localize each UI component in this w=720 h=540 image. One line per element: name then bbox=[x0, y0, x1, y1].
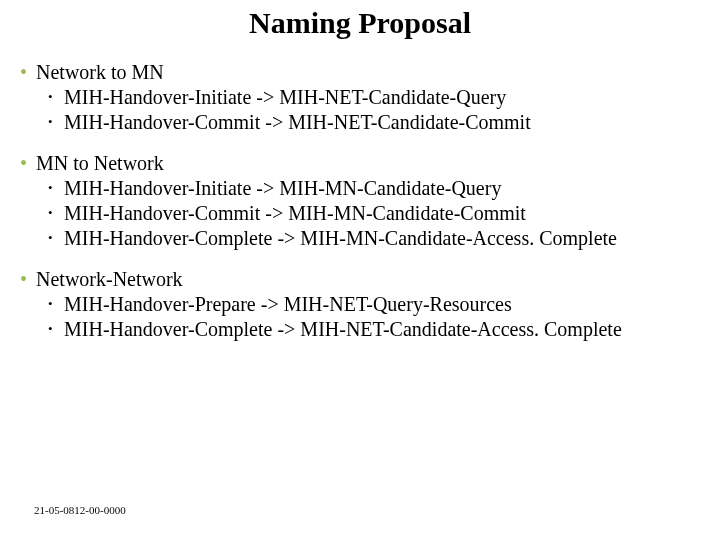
list-item: • MN to Network bbox=[20, 151, 700, 176]
section-heading: Network-Network bbox=[36, 267, 700, 292]
list-item-text: MIH-Handover-Commit -> MIH-NET-Candidate… bbox=[64, 110, 700, 135]
list-item-text: MIH-Handover-Commit -> MIH-MN-Candidate-… bbox=[64, 201, 700, 226]
section-heading: MN to Network bbox=[36, 151, 700, 176]
list-item: • MIH-Handover-Prepare -> MIH-NET-Query-… bbox=[48, 292, 700, 317]
bullet-icon: • bbox=[20, 267, 36, 292]
bullet-icon: • bbox=[48, 176, 64, 201]
list-item: • MIH-Handover-Complete -> MIH-MN-Candid… bbox=[48, 226, 700, 251]
slide-footer: 21-05-0812-00-0000 bbox=[34, 504, 126, 516]
body-content: • Network to MN • MIH-Handover-Initiate … bbox=[20, 60, 700, 358]
page-title: Naming Proposal bbox=[0, 6, 720, 40]
sub-list: • MIH-Handover-Initiate -> MIH-MN-Candid… bbox=[20, 176, 700, 251]
section-heading: Network to MN bbox=[36, 60, 700, 85]
list-item-text: MIH-Handover-Initiate -> MIH-MN-Candidat… bbox=[64, 176, 700, 201]
section-network-network: • Network-Network • MIH-Handover-Prepare… bbox=[20, 267, 700, 342]
slide: Naming Proposal • Network to MN • MIH-Ha… bbox=[0, 0, 720, 540]
list-item: • MIH-Handover-Commit -> MIH-NET-Candida… bbox=[48, 110, 700, 135]
sub-list: • MIH-Handover-Initiate -> MIH-NET-Candi… bbox=[20, 85, 700, 135]
list-item: • MIH-Handover-Complete -> MIH-NET-Candi… bbox=[48, 317, 700, 342]
list-item-text: MIH-Handover-Complete -> MIH-NET-Candida… bbox=[64, 317, 700, 342]
bullet-icon: • bbox=[48, 110, 64, 135]
list-item: • Network-Network bbox=[20, 267, 700, 292]
list-item: • Network to MN bbox=[20, 60, 700, 85]
bullet-icon: • bbox=[48, 317, 64, 342]
list-item-text: MIH-Handover-Complete -> MIH-MN-Candidat… bbox=[64, 226, 700, 251]
list-item: • MIH-Handover-Commit -> MIH-MN-Candidat… bbox=[48, 201, 700, 226]
bullet-icon: • bbox=[48, 85, 64, 110]
sub-list: • MIH-Handover-Prepare -> MIH-NET-Query-… bbox=[20, 292, 700, 342]
section-network-to-mn: • Network to MN • MIH-Handover-Initiate … bbox=[20, 60, 700, 135]
list-item: • MIH-Handover-Initiate -> MIH-NET-Candi… bbox=[48, 85, 700, 110]
list-item: • MIH-Handover-Initiate -> MIH-MN-Candid… bbox=[48, 176, 700, 201]
bullet-icon: • bbox=[48, 226, 64, 251]
bullet-icon: • bbox=[48, 201, 64, 226]
bullet-icon: • bbox=[48, 292, 64, 317]
section-mn-to-network: • MN to Network • MIH-Handover-Initiate … bbox=[20, 151, 700, 251]
list-item-text: MIH-Handover-Initiate -> MIH-NET-Candida… bbox=[64, 85, 700, 110]
bullet-icon: • bbox=[20, 60, 36, 85]
bullet-icon: • bbox=[20, 151, 36, 176]
list-item-text: MIH-Handover-Prepare -> MIH-NET-Query-Re… bbox=[64, 292, 700, 317]
